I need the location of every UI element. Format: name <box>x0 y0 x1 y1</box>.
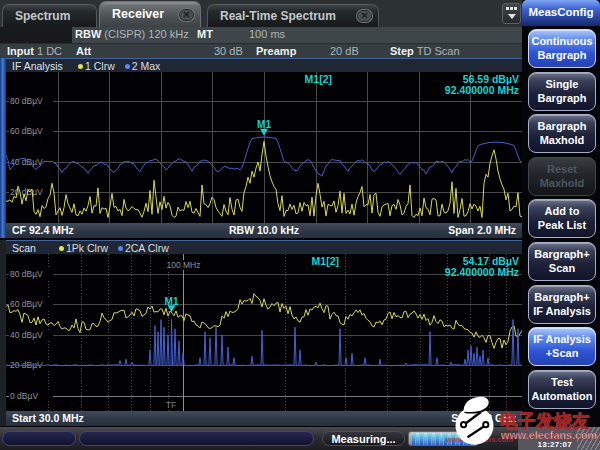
if-marker-readout: M1[2] 56.59 dBµV 92.400000 MHz <box>445 74 519 96</box>
if-analysis-title: IF Analysis <box>12 59 63 73</box>
softkey-test-automation[interactable]: TestAutomation <box>528 370 596 409</box>
resize-grip-icon <box>577 427 600 450</box>
softkey-add-to-peak-list[interactable]: Add toPeak List <box>528 199 596 238</box>
y-axis-tick-label: 80 dBµV <box>10 269 43 279</box>
scan-trace1-label: 1Pk Clrw <box>66 242 108 254</box>
if-marker-name: M1[2] <box>305 74 332 85</box>
statusbar-corner: 13:27:07 <box>518 427 600 450</box>
progress-segment <box>452 433 455 445</box>
softkey-reset-maxhold: ResetMaxhold <box>528 157 596 196</box>
channel-bar-spacer <box>0 27 72 43</box>
progress-segment <box>428 433 431 445</box>
if-analysis-footer: CF 92.4 MHz RBW 10.0 kHz Span 2.0 MHz <box>6 223 522 238</box>
instrument-screen: Spectrum Receiver✕ Real-Time Spectrum✕ R… <box>0 0 600 450</box>
if-span-label: Span 2.0 MHz <box>448 223 516 238</box>
tab-realtime-label: Real-Time Spectrum <box>220 9 336 23</box>
clock-time: 13:27:07 <box>538 440 572 449</box>
progress-segment <box>448 433 451 445</box>
channel-bar-row2: Input 1 DC Att 30 dB Preamp 20 dB Step T… <box>0 43 522 58</box>
setting-mt[interactable]: MT <box>197 27 213 42</box>
scan-start-label: Start 30.0 MHz <box>12 411 84 426</box>
progress-segment <box>432 433 435 445</box>
softkey-bargraph-if-analysis[interactable]: Bargraph+IF Analysis <box>528 285 596 324</box>
chevron-down-icon <box>508 14 516 19</box>
scan-window[interactable]: Scan 1Pk Clrw 2CA Clrw 100 MHzTF80 dBµV6… <box>0 240 528 426</box>
progress-segment <box>460 433 463 445</box>
setting-mt-value: 100 ms <box>249 27 285 42</box>
progress-segment <box>440 433 443 445</box>
tab-overview-button[interactable] <box>502 3 521 24</box>
tab-realtime-spectrum[interactable]: Real-Time Spectrum✕ <box>207 4 379 27</box>
progress-segment <box>424 433 427 445</box>
marker-label: M1 <box>257 119 271 130</box>
setting-preamp[interactable]: Preamp <box>256 44 296 59</box>
setting-step[interactable]: Step TD Scan <box>390 44 460 59</box>
trace2-dot-icon <box>118 246 123 251</box>
softkey-bargraph-scan[interactable]: Bargraph+Scan <box>528 242 596 281</box>
close-icon[interactable]: ✕ <box>357 10 372 22</box>
y-axis-tick-label: 40 dBµV <box>10 330 43 340</box>
status-pill-2 <box>79 431 314 446</box>
progress-segment <box>420 433 423 445</box>
measuring-status: Measuring... <box>322 431 405 446</box>
marker-label: M1 <box>165 296 179 307</box>
windows-icon <box>506 7 517 10</box>
svg-text:TF: TF <box>166 400 176 410</box>
softkey-single-bargraph[interactable]: SingleBargraph <box>528 72 596 111</box>
progress-segment <box>456 433 459 445</box>
setting-preamp-value: 20 dB <box>330 44 359 59</box>
setting-att-value: 30 dB <box>214 44 243 59</box>
scan-stop-label: Stop 1.0 GHz <box>451 411 516 426</box>
progress-segment <box>436 433 439 445</box>
trace2-dot-icon <box>125 64 130 69</box>
tab-spectrum[interactable]: Spectrum <box>2 4 97 27</box>
progress-segment <box>464 433 467 445</box>
trace1-dot-icon <box>78 64 83 69</box>
if-analysis-plot[interactable]: 80 dBµV60 dBµV40 dBµV20 dBµVM1 M1[2] 56.… <box>6 72 522 223</box>
if-analysis-header: IF Analysis 1 Clrw 2 Max <box>6 58 522 72</box>
setting-att[interactable]: Att <box>76 44 91 59</box>
setting-rbw[interactable]: RBW (CISPR) 120 kHz <box>75 27 189 42</box>
if-rbw-label: RBW 10.0 kHz <box>6 223 522 238</box>
close-icon[interactable]: ✕ <box>179 9 194 21</box>
setting-input[interactable]: Input 1 DC <box>7 44 62 59</box>
scan-marker-readout: M1[2] 54.17 dBµV 92.400000 MHz <box>445 256 519 278</box>
scan-footer: Start 30.0 MHz Stop 1.0 GHz <box>6 411 522 426</box>
scan-plot[interactable]: 100 MHzTF80 dBµV60 dBµV40 dBµV20 dBµV0 d… <box>6 254 522 411</box>
status-bar: Measuring... 13:27:07 <box>0 427 600 450</box>
scan-progress-bar <box>408 431 478 446</box>
progress-segment <box>472 433 475 445</box>
y-axis-tick-label: 80 dBµV <box>10 96 43 106</box>
trace1-dot-icon <box>59 246 64 251</box>
softkey-bargraph-maxhold[interactable]: BargraphMaxhold <box>528 114 596 153</box>
scan-marker-freq: 92.400000 MHz <box>445 266 519 278</box>
status-pill-1 <box>2 431 76 446</box>
scan-marker-name: M1[2] <box>312 256 339 267</box>
tab-receiver-label: Receiver <box>112 7 164 21</box>
if-marker-freq: 92.400000 MHz <box>445 84 519 96</box>
x-axis-tick-label: 100 MHz <box>166 260 200 270</box>
y-axis-tick-label: 60 dBµV <box>10 126 43 136</box>
scan-trace2-label: 2CA Clrw <box>125 242 169 254</box>
y-axis-tick-label: 0 dBµV <box>10 391 38 401</box>
softkey-continuous-bargraph[interactable]: ContinuousBargraph <box>528 29 596 68</box>
y-axis-tick-label: 60 dBµV <box>10 299 43 309</box>
tab-spectrum-label: Spectrum <box>15 9 70 23</box>
softkey-if-analysis-scan[interactable]: IF Analysis+Scan <box>528 327 596 366</box>
trace2-label: 2 Max <box>132 60 161 72</box>
tab-receiver[interactable]: Receiver✕ <box>99 1 201 27</box>
scan-title: Scan <box>12 241 36 255</box>
progress-segment <box>416 433 419 445</box>
scan-header: Scan 1Pk Clrw 2CA Clrw <box>6 240 522 254</box>
progress-segment <box>468 433 471 445</box>
tab-bar: Spectrum Receiver✕ Real-Time Spectrum✕ <box>0 0 522 27</box>
scan-trace-legend: 1Pk Clrw 2CA Clrw <box>59 241 169 255</box>
channel-bar-row1: RBW (CISPR) 120 kHz MT 100 ms <box>0 27 522 43</box>
y-axis-tick-label: 40 dBµV <box>10 157 43 167</box>
softkey-sidebar: MeasConfig ContinuousBargraph SingleBarg… <box>522 0 600 450</box>
if-analysis-window[interactable]: IF Analysis 1 Clrw 2 Max 80 dBµV60 dBµV4… <box>0 58 528 238</box>
measconfig-header: MeasConfig <box>522 0 600 26</box>
progress-segment <box>412 433 415 445</box>
progress-segment <box>444 433 447 445</box>
trace1-label: 1 Clrw <box>85 60 115 72</box>
